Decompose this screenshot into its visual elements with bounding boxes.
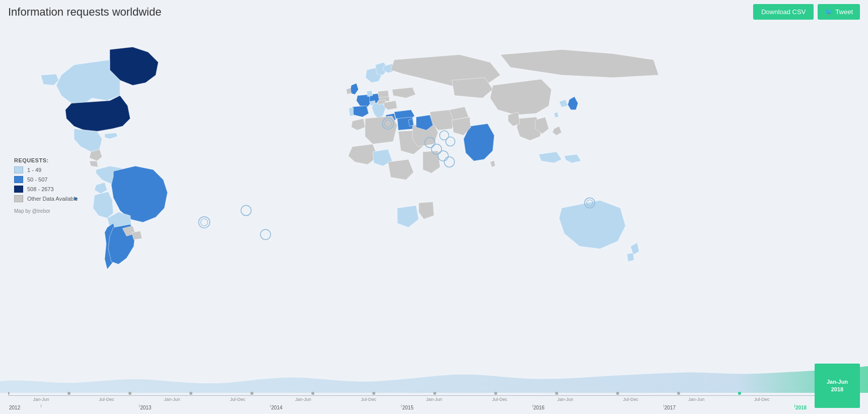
year-label-2012: 2012 xyxy=(8,402,139,411)
timeline-ticks xyxy=(8,388,860,397)
svg-point-18 xyxy=(128,392,131,395)
timeline-highlight-label: Jan-Jun2018 xyxy=(827,378,848,394)
year-2012-sublabels: Jan-Jun Jul-Dec xyxy=(8,397,139,402)
legend-title: REQUESTS: xyxy=(14,157,78,163)
svg-point-20 xyxy=(250,392,253,395)
map-area: REQUESTS: 1 - 49 50 - 507 508 - 2673 Oth… xyxy=(0,22,868,364)
timeline-highlight[interactable]: Jan-Jun2018 xyxy=(815,364,860,408)
legend-color-other xyxy=(14,195,23,202)
svg-point-24 xyxy=(494,392,497,395)
timeline-area: Jan-Jun2018 Jan-Jun Jul-Dec 2012 xyxy=(0,364,868,414)
sublabel-jan-jun-2016: Jan-Jun xyxy=(557,397,573,402)
legend-label-high: 508 - 2673 xyxy=(27,186,54,192)
year-2014-sublabels: Jan-Jun Jul-Dec xyxy=(270,397,401,402)
legend-label-other: Other Data Available xyxy=(27,196,78,202)
legend-item-other: Other Data Available xyxy=(14,195,78,202)
sublabel-jan-jun-2012: Jan-Jun xyxy=(33,397,49,402)
year-label-2017: 2017 xyxy=(663,402,794,411)
year-label-2015: 2015 xyxy=(401,402,532,411)
header-area: Information requests worldwide Download … xyxy=(0,0,868,22)
legend-item-high: 508 - 2673 xyxy=(14,186,78,193)
year-label-2016: 2016 xyxy=(532,402,663,411)
legend-item-low: 1 - 49 xyxy=(14,166,78,173)
tweet-label: Tweet xyxy=(835,8,853,16)
legend-color-mid xyxy=(14,176,23,183)
year-2015-sublabels: Jan-Jun Jul-Dec xyxy=(401,397,532,402)
sublabel-jul-dec-2015: Jul-Dec xyxy=(492,397,508,402)
svg-point-21 xyxy=(311,392,314,395)
sublabel-jul-dec-2013: Jul-Dec xyxy=(230,397,245,402)
sublabel-jan-jun-2014: Jan-Jun xyxy=(295,397,311,402)
svg-point-16 xyxy=(8,392,10,395)
sublabel-jul-dec-2017: Jul-Dec xyxy=(754,397,770,402)
svg-point-19 xyxy=(189,392,192,395)
legend-item-mid: 50 - 507 xyxy=(14,176,78,183)
sublabel-jan-jun-2015: Jan-Jun xyxy=(426,397,442,402)
download-csv-button[interactable]: Download CSV xyxy=(753,4,814,20)
legend-label-mid: 50 - 507 xyxy=(27,176,47,183)
year-label-2014: 2014 xyxy=(270,402,401,411)
year-2017-sublabels: Jan-Jun Jul-Dec xyxy=(663,397,794,402)
svg-point-23 xyxy=(433,392,436,395)
svg-point-25 xyxy=(555,392,558,395)
svg-point-26 xyxy=(616,392,619,395)
svg-point-22 xyxy=(372,392,375,395)
year-2016-sublabels: Jan-Jun Jul-Dec xyxy=(532,397,663,402)
header-buttons: Download CSV 🐦 Tweet xyxy=(753,4,860,20)
world-map xyxy=(0,22,868,364)
sublabel-jul-dec-2012: Jul-Dec xyxy=(99,397,114,402)
sublabel-jan-jun-2013: Jan-Jun xyxy=(164,397,180,402)
legend-credit: Map by @trebor xyxy=(14,208,78,214)
tweet-button[interactable]: 🐦 Tweet xyxy=(818,4,860,20)
page-title: Information requests worldwide xyxy=(8,6,161,19)
page-container: Information requests worldwide Download … xyxy=(0,0,868,414)
map-legend: REQUESTS: 1 - 49 50 - 507 508 - 2673 Oth… xyxy=(14,157,78,214)
svg-point-27 xyxy=(677,392,680,395)
twitter-icon: 🐦 xyxy=(825,8,833,16)
sublabel-jan-jun-2017: Jan-Jun xyxy=(688,397,704,402)
sublabel-jul-dec-2016: Jul-Dec xyxy=(623,397,639,402)
svg-point-28 xyxy=(738,392,741,395)
legend-label-low: 1 - 49 xyxy=(27,167,41,173)
legend-color-high xyxy=(14,186,23,193)
year-label-2013: 2013 xyxy=(139,402,270,411)
legend-color-low xyxy=(14,166,23,173)
svg-point-17 xyxy=(68,392,71,395)
sublabel-jul-dec-2014: Jul-Dec xyxy=(361,397,377,402)
year-2013-sublabels: Jan-Jun Jul-Dec xyxy=(139,397,270,402)
